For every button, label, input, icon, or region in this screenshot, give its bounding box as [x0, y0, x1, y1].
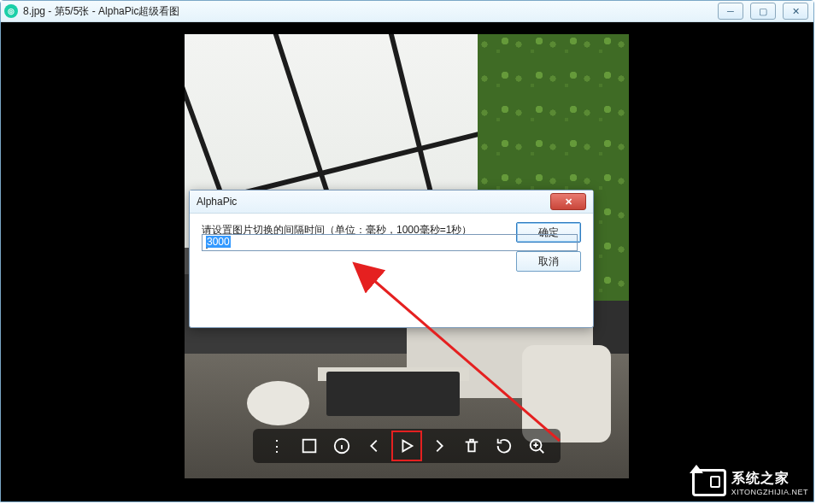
svg-rect-0 [303, 440, 316, 453]
app-icon: ◎ [4, 4, 18, 18]
svg-line-6 [540, 449, 544, 454]
maximize-button[interactable]: ▢ [750, 3, 776, 20]
prev-button[interactable] [362, 434, 386, 458]
delete-button[interactable] [460, 434, 484, 458]
minimize-button[interactable]: ─ [718, 3, 743, 20]
next-button[interactable] [427, 434, 451, 458]
watermark: 系统之家 XITONGZHIJIA.NET [692, 469, 808, 496]
actual-size-button[interactable] [297, 434, 321, 458]
window-controls: ─ ▢ ✕ [718, 3, 813, 20]
slideshow-play-button[interactable] [395, 434, 419, 458]
interval-input[interactable]: 3000 [202, 234, 578, 251]
close-button[interactable]: ✕ [783, 3, 808, 20]
titlebar[interactable]: ◎ 8.jpg - 第5/5张 - AlphaPic超级看图 ─ ▢ ✕ [1, 1, 813, 22]
dialog-titlebar[interactable]: AlphaPic ✕ [190, 190, 593, 214]
dialog-body: 请设置图片切换的间隔时间（单位：毫秒，1000毫秒=1秒） ： 确定 取消 30… [190, 214, 593, 261]
watermark-text-cn: 系统之家 [731, 470, 808, 488]
interval-input-value: 3000 [206, 236, 231, 248]
watermark-logo-icon [692, 469, 726, 496]
image-viewer: ⋮ [1, 22, 813, 501]
svg-marker-4 [402, 441, 412, 452]
rotate-button[interactable] [492, 434, 516, 458]
cancel-button[interactable]: 取消 [516, 251, 581, 272]
zoom-in-button[interactable] [525, 434, 549, 458]
interval-dialog: AlphaPic ✕ 请设置图片切换的间隔时间（单位：毫秒，1000毫秒=1秒）… [189, 190, 594, 328]
viewer-toolbar: ⋮ [253, 429, 561, 463]
more-button[interactable]: ⋮ [265, 434, 289, 458]
app-window: ◎ 8.jpg - 第5/5张 - AlphaPic超级看图 ─ ▢ ✕ [0, 0, 814, 502]
watermark-text-en: XITONGZHIJIA.NET [731, 488, 808, 496]
dialog-close-button[interactable]: ✕ [550, 193, 586, 210]
dialog-title: AlphaPic [197, 190, 550, 213]
window-title: 8.jpg - 第5/5张 - AlphaPic超级看图 [23, 1, 179, 21]
info-button[interactable] [330, 434, 354, 458]
